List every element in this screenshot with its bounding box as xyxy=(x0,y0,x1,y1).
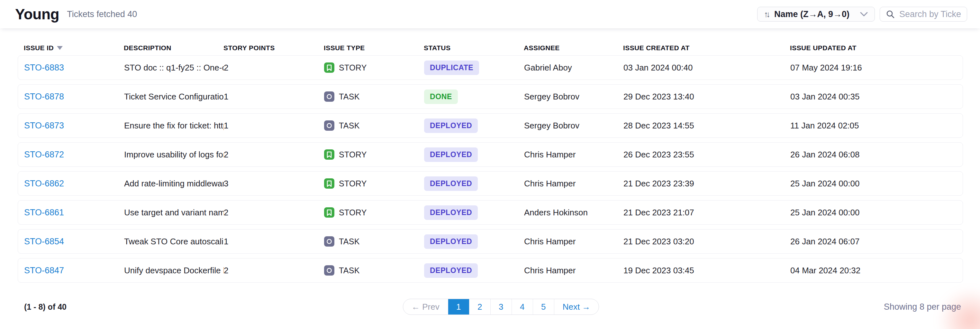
status-badge: DUPLICATE xyxy=(424,61,479,75)
updated-at-cell: 26 Jan 2024 06:07 xyxy=(790,236,963,247)
table-row: STO-6872 Improve usability of logs for f… xyxy=(18,142,963,167)
description-cell: Tweak STO Core autoscaling par... xyxy=(124,236,224,247)
prev-page-button[interactable]: ← Prev xyxy=(403,299,448,315)
created-at-cell: 28 Dec 2023 14:55 xyxy=(624,121,790,131)
created-at-cell: 26 Dec 2023 23:55 xyxy=(624,150,790,160)
description-cell: Unify devspace Dockerfile build xyxy=(124,265,224,276)
per-page-label: Showing 8 per page xyxy=(884,302,961,312)
story-icon xyxy=(324,62,334,73)
sort-dropdown-value: Name (Z→A, 9→0) xyxy=(774,10,850,19)
table-row: STO-6861 Use target and variant name sea… xyxy=(18,200,963,225)
assignee-cell: Chris Hamper xyxy=(524,236,624,247)
issue-type-cell: STORY xyxy=(324,149,424,160)
updated-at-cell: 04 Mar 2024 20:32 xyxy=(790,265,963,276)
issue-id-link[interactable]: STO-6878 xyxy=(24,92,64,101)
search-box xyxy=(880,7,967,22)
updated-at-cell: 07 May 2024 19:16 xyxy=(790,63,963,73)
issue-id-link[interactable]: STO-6883 xyxy=(24,63,64,72)
page-button-3[interactable]: 3 xyxy=(491,299,512,315)
description-cell: Ticket Service Configuration xyxy=(124,92,224,102)
assignee-cell: Chris Hamper xyxy=(524,150,624,160)
status-badge: DEPLOYED xyxy=(424,264,478,278)
top-bar: Young Tickets fetched 40 ↑↓ Name (Z→A, 9… xyxy=(0,0,980,28)
table-row: STO-6854 Tweak STO Core autoscaling par.… xyxy=(18,229,963,254)
status-badge: DEPLOYED xyxy=(424,147,478,162)
column-header-issue-id[interactable]: ISSUE ID xyxy=(24,44,124,52)
created-at-cell: 21 Dec 2023 23:39 xyxy=(624,179,790,188)
description-cell: Use target and variant name sear... xyxy=(124,208,224,217)
story-points-cell: 2 xyxy=(224,63,324,73)
task-icon xyxy=(324,91,334,102)
pagination-range-label: (1 - 8) of 40 xyxy=(24,302,67,311)
story-icon xyxy=(324,207,334,217)
issue-id-link[interactable]: STO-6873 xyxy=(24,121,64,130)
issue-type-cell: TASK xyxy=(324,91,424,102)
column-header-description: DESCRIPTION xyxy=(124,44,223,52)
story-points-cell: 3 xyxy=(224,179,324,188)
status-badge: DEPLOYED xyxy=(424,234,478,249)
updated-at-cell: 25 Jan 2024 00:00 xyxy=(790,208,963,217)
issue-type-cell: STORY xyxy=(324,207,424,217)
assignee-cell: Chris Hamper xyxy=(524,179,624,188)
description-cell: Improve usability of logs for failur... xyxy=(124,150,224,160)
task-icon xyxy=(324,265,334,276)
table-row: STO-6883 STO doc :: q1-fy25 :: One-click… xyxy=(18,55,963,80)
column-header-issue-type: ISSUE TYPE xyxy=(324,44,424,52)
table-row: STO-6847 Unify devspace Dockerfile build… xyxy=(18,258,963,283)
search-input[interactable] xyxy=(899,10,961,19)
created-at-cell: 19 Dec 2023 03:45 xyxy=(624,265,790,276)
assignee-cell: Sergey Bobrov xyxy=(524,92,624,102)
story-points-cell: 2 xyxy=(224,265,324,276)
story-points-cell: 1 xyxy=(224,236,324,247)
issue-type-cell: TASK xyxy=(324,236,424,247)
next-page-button[interactable]: Next → xyxy=(554,299,599,315)
task-icon xyxy=(324,236,334,247)
created-at-cell: 29 Dec 2023 13:40 xyxy=(624,92,790,102)
issue-id-link[interactable]: STO-6872 xyxy=(24,150,64,159)
status-badge: DEPLOYED xyxy=(424,118,478,133)
column-header-assignee: ASSIGNEE xyxy=(524,44,623,52)
tickets-fetched-label: Tickets fetched 40 xyxy=(67,10,137,19)
page-title: Young xyxy=(15,5,59,23)
description-cell: Ensure the fix for ticket: https://h... xyxy=(124,121,224,131)
sort-updown-icon: ↑↓ xyxy=(764,10,768,19)
issue-id-link[interactable]: STO-6847 xyxy=(24,265,64,275)
table-row: STO-6862 Add rate-limiting middleware to… xyxy=(18,171,963,196)
page-button-1[interactable]: 1 xyxy=(448,299,469,315)
page-button-5[interactable]: 5 xyxy=(533,299,554,315)
story-points-cell: 2 xyxy=(224,150,324,160)
pagination-bar: (1 - 8) of 40 ← Prev 1 2 3 4 5 Next → Sh… xyxy=(18,295,963,318)
assignee-cell: Sergey Bobrov xyxy=(524,121,624,131)
sort-dropdown[interactable]: ↑↓ Name (Z→A, 9→0) xyxy=(757,7,875,22)
table-row: STO-6873 Ensure the fix for ticket: http… xyxy=(18,113,963,138)
issue-type-cell: STORY xyxy=(324,62,424,73)
issue-type-cell: STORY xyxy=(324,178,424,188)
story-points-cell: 2 xyxy=(224,208,324,217)
page-button-2[interactable]: 2 xyxy=(469,299,491,315)
story-icon xyxy=(324,149,334,160)
tickets-table: ISSUE ID DESCRIPTION STORY POINTS ISSUE … xyxy=(0,41,980,318)
page-button-4[interactable]: 4 xyxy=(512,299,533,315)
status-badge: DONE xyxy=(424,89,458,104)
story-points-cell: 1 xyxy=(224,92,324,102)
table-row: STO-6878 Ticket Service Configuration 1 … xyxy=(18,84,963,109)
updated-at-cell: 25 Jan 2024 00:00 xyxy=(790,179,963,188)
description-cell: Add rate-limiting middleware to S... xyxy=(124,179,224,188)
issue-id-link[interactable]: STO-6861 xyxy=(24,208,64,217)
status-badge: DEPLOYED xyxy=(424,205,478,220)
issue-id-link[interactable]: STO-6854 xyxy=(24,236,64,246)
chevron-down-icon xyxy=(860,11,868,17)
assignee-cell: Gabriel Aboy xyxy=(524,63,624,73)
story-points-cell: 1 xyxy=(224,121,324,131)
search-icon xyxy=(886,10,895,19)
issue-id-link[interactable]: STO-6862 xyxy=(24,179,64,188)
task-icon xyxy=(324,120,334,131)
updated-at-cell: 26 Jan 2024 06:08 xyxy=(790,150,963,160)
assignee-cell: Anders Hokinson xyxy=(524,208,624,217)
status-badge: DEPLOYED xyxy=(424,176,478,191)
updated-at-cell: 11 Jan 2024 02:05 xyxy=(790,121,963,131)
created-at-cell: 21 Dec 2023 21:07 xyxy=(624,208,790,217)
description-cell: STO doc :: q1-fy25 :: One-click e... xyxy=(124,63,224,73)
assignee-cell: Chris Hamper xyxy=(524,265,624,276)
story-icon xyxy=(324,178,334,188)
